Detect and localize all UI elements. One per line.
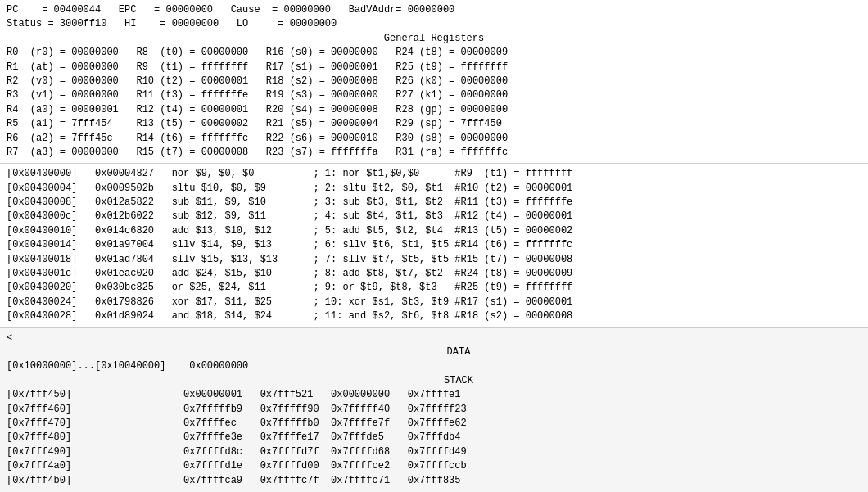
instr-7: [0x0040001c] 0x01eac020 add $24, $15, $1…: [7, 267, 861, 281]
data-title: DATA: [56, 345, 861, 359]
stack-row-4: [0x7fff490] 0x7ffffd8c 0x7ffffd7f 0x7fff…: [7, 445, 861, 459]
reg-r4: R4 (a0) = 00000001 R12 (t4) = 00000001 R…: [7, 103, 861, 117]
instr-8: [0x00400020] 0x030bc825 or $25, $24, $11…: [7, 281, 861, 295]
reg-r2: R2 (v0) = 00000000 R10 (t2) = 00000001 R…: [7, 74, 861, 88]
pc-line: PC = 00400044 EPC = 00000000 Cause = 000…: [7, 3, 861, 17]
general-registers-title: General Registers: [7, 32, 861, 46]
registers-section: PC = 00400044 EPC = 00000000 Cause = 000…: [0, 0, 868, 164]
main-container: PC = 00400044 EPC = 00000000 Cause = 000…: [0, 0, 868, 492]
reg-r6: R6 (a2) = 7fff45c R14 (t6) = fffffffc R2…: [7, 132, 861, 146]
caret: <: [7, 332, 861, 345]
instr-6: [0x00400018] 0x01ad7804 sllv $15, $13, $…: [7, 253, 861, 267]
instr-2: [0x00400008] 0x012a5822 sub $11, $9, $10…: [7, 196, 861, 210]
instr-3: [0x0040000c] 0x012b6022 sub $12, $9, $11…: [7, 210, 861, 223]
stack-title: STACK: [56, 374, 861, 388]
instr-9: [0x00400024] 0x01798826 xor $17, $11, $2…: [7, 296, 861, 309]
reg-r7: R7 (a3) = 00000000 R15 (t7) = 00000008 R…: [7, 146, 861, 160]
status-line: Status = 3000ff10 HI = 00000000 LO = 000…: [7, 17, 861, 31]
instr-5: [0x00400014] 0x01a97004 sllv $14, $9, $1…: [7, 238, 861, 252]
instr-0: [0x00400000] 0x00004827 nor $9, $0, $0 ;…: [7, 167, 861, 181]
stack-row-2: [0x7fff470] 0x7ffffec 0x7fffffb0 0x7ffff…: [7, 417, 861, 431]
reg-r0: R0 (r0) = 00000000 R8 (t0) = 00000000 R1…: [7, 46, 861, 60]
reg-r3: R3 (v1) = 00000000 R11 (t3) = fffffffe R…: [7, 88, 861, 102]
stack-row-1: [0x7fff460] 0x7fffffb9 0x7fffff90 0x7fff…: [7, 403, 861, 417]
instr-4: [0x00400010] 0x014c6820 add $13, $10, $1…: [7, 224, 861, 238]
instr-1: [0x00400004] 0x0009502b sltu $10, $0, $9…: [7, 182, 861, 196]
data-line: [0x10000000]...[0x10040000] 0x00000000: [7, 359, 861, 373]
stack-row-5: [0x7fff4a0] 0x7ffffd1e 0x7ffffd00 0x7fff…: [7, 459, 861, 473]
stack-row-6: [0x7fff4b0] 0x7ffffca9 0x7ffffc7f 0x7fff…: [7, 474, 861, 488]
instructions-section: [0x00400000] 0x00004827 nor $9, $0, $0 ;…: [0, 164, 868, 327]
reg-r5: R5 (a1) = 7fff454 R13 (t5) = 00000002 R2…: [7, 117, 861, 131]
reg-r1: R1 (at) = 00000000 R9 (t1) = ffffffff R1…: [7, 61, 861, 74]
stack-row-3: [0x7fff480] 0x7ffffe3e 0x7ffffe17 0x7fff…: [7, 431, 861, 445]
data-stack-section: <DATA[0x10000000]...[0x10040000] 0x00000…: [0, 328, 868, 492]
instr-10: [0x00400028] 0x01d89024 and $18, $14, $2…: [7, 309, 861, 323]
stack-row-0: [0x7fff450] 0x00000001 0x7fff521 0x00000…: [7, 388, 861, 402]
